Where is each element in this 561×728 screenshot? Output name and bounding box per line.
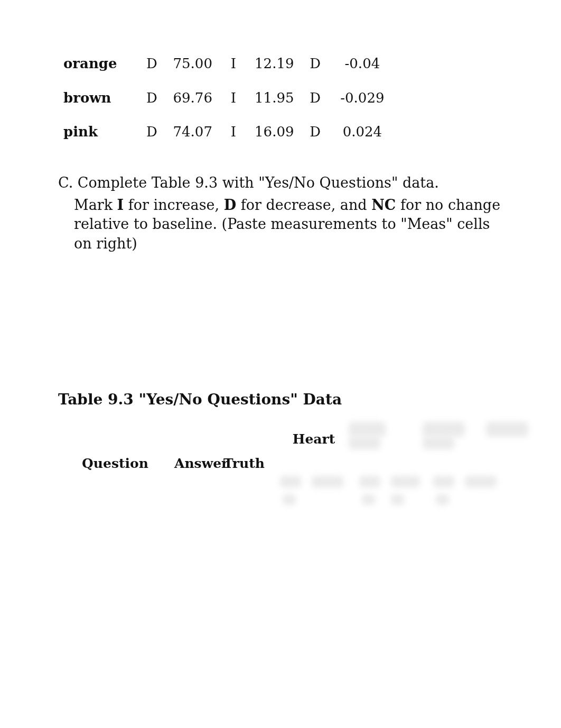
cell: 74.07 <box>167 118 218 150</box>
section-c-instructions: Mark I for increase, D for decrease, and… <box>74 196 508 253</box>
col-header-answer: Answer <box>172 420 219 506</box>
col-header-heart: Heart <box>269 420 358 458</box>
col-header-truth: Truth <box>221 420 267 506</box>
cell: D <box>302 50 328 82</box>
cell: 11.95 <box>249 84 300 116</box>
row-label: pink <box>60 118 136 150</box>
cell: D <box>138 118 165 150</box>
table-row: pink D 74.07 I 16.09 D 0.024 <box>60 118 394 150</box>
cell: 12.19 <box>249 50 300 82</box>
col-header-obscured <box>451 420 540 458</box>
row-label: brown <box>60 84 136 116</box>
col-header-question: Question <box>60 420 170 506</box>
table-row: brown D 69.76 I 11.95 D -0.029 <box>60 84 394 116</box>
cell: D <box>302 118 328 150</box>
cell: I <box>220 84 247 116</box>
sub-header-obscured <box>497 484 540 506</box>
cell: 16.09 <box>249 118 300 150</box>
sub-header-obscured <box>360 460 404 482</box>
document-page: orange D 75.00 I 12.19 D -0.04 brown D 6… <box>0 0 561 728</box>
cell: -0.04 <box>331 50 394 82</box>
cell: 75.00 <box>167 50 218 82</box>
cell: I <box>220 50 247 82</box>
sub-header-obscured <box>451 484 494 506</box>
section-c-lead: C. Complete Table 9.3 with "Yes/No Quest… <box>58 174 439 191</box>
row-label: orange <box>60 50 136 82</box>
table-row: orange D 75.00 I 12.19 D -0.04 <box>60 50 394 82</box>
sub-header-obscured <box>406 460 449 482</box>
cell: I <box>220 118 247 150</box>
cell: D <box>138 50 165 82</box>
cell: D <box>138 84 165 116</box>
sub-header-obscured <box>269 484 313 506</box>
table-9-3-title: Table 9.3 "Yes/No Questions" Data <box>58 391 508 408</box>
sub-header-obscured <box>497 460 540 482</box>
col-header-obscured <box>360 420 449 458</box>
cell: 69.76 <box>167 84 218 116</box>
sub-header-obscured <box>451 460 494 482</box>
section-c: C. Complete Table 9.3 with "Yes/No Quest… <box>58 173 508 254</box>
cell: -0.029 <box>331 84 394 116</box>
sub-header-obscured <box>360 484 404 506</box>
sub-header-obscured <box>315 460 358 482</box>
table-9-3: Question Answer Truth Heart <box>58 418 518 509</box>
sub-header-obscured <box>269 460 313 482</box>
cell: 0.024 <box>331 118 394 150</box>
table-9-2-fragment: orange D 75.00 I 12.19 D -0.04 brown D 6… <box>58 42 396 152</box>
sub-header-obscured <box>315 484 358 506</box>
sub-header-obscured <box>406 484 449 506</box>
cell: D <box>302 84 328 116</box>
